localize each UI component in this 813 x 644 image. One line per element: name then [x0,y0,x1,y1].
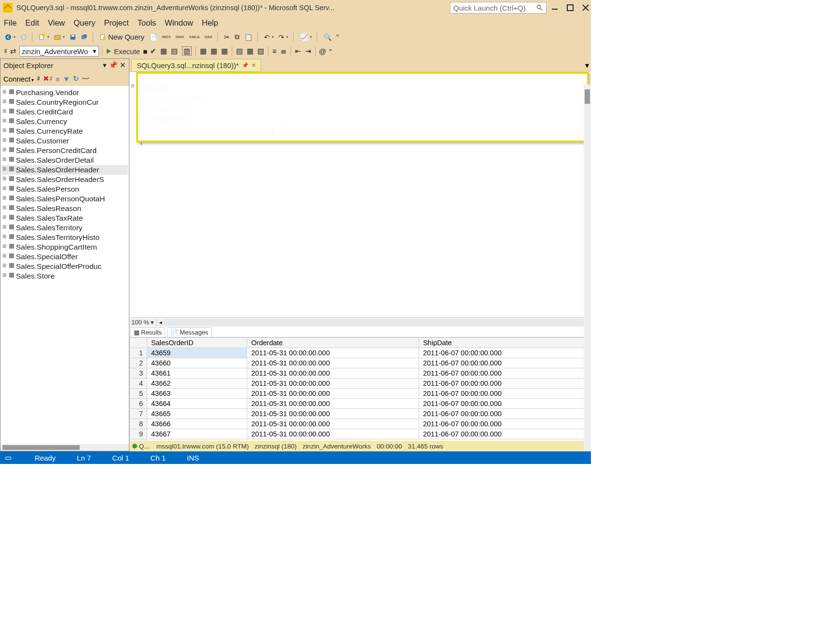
cell[interactable]: 2011-06-07 00:00:00.000 [419,399,591,409]
menu-tools[interactable]: Tools [138,18,156,28]
tree-node[interactable]: Purchasing.Vendor [1,88,128,98]
display-estimated-plan-icon[interactable]: ▦ [160,47,167,55]
tree-node[interactable]: Sales.SalesOrderHeader [1,165,128,175]
tree-node[interactable]: Sales.Customer [1,136,128,146]
connection-icon[interactable]: ♯ [4,47,7,56]
tree-node[interactable]: Sales.SalesTaxRate [1,213,128,223]
tree-node[interactable]: Sales.Store [1,271,128,281]
object-explorer-tree[interactable]: Purchasing.VendorSales.CountryRegionCurS… [0,86,129,444]
tree-node[interactable]: Sales.SpecialOfferProduc [1,262,128,271]
cell[interactable]: 43661 [147,368,247,378]
cell[interactable]: 43662 [147,378,247,389]
close-button[interactable] [582,4,589,11]
cell[interactable]: 2011-06-07 00:00:00.000 [419,389,591,399]
cut-button[interactable]: ✂ [223,32,231,42]
cell[interactable]: 2011-05-31 00:00:00.000 [247,409,419,419]
de-query-button[interactable]: 📄 [148,32,158,42]
overflow-button[interactable]: " [336,32,340,42]
new-query-button[interactable]: New Query [98,32,145,42]
uncomment-icon[interactable]: ≣ [280,47,287,55]
comment-out-icon[interactable]: ≡ [272,47,277,55]
cell[interactable]: 43663 [147,389,247,399]
tree-node[interactable]: Sales.PersonCreditCard [1,146,128,155]
include-live-stats-icon[interactable]: ▦ [210,47,217,55]
new-item-button[interactable] [38,33,50,42]
connect-button[interactable]: Connect [3,75,34,83]
parse-button[interactable]: ✔ [150,47,156,56]
cell[interactable]: 2011-05-31 00:00:00.000 [247,378,419,389]
stop-button[interactable]: ■ [143,47,147,56]
tab-overflow-icon[interactable]: ▾ [583,59,591,72]
minimize-button[interactable] [551,4,558,11]
tree-node[interactable]: Sales.SalesTerritory [1,223,128,233]
open-item-button[interactable] [53,33,66,42]
cell[interactable]: 2011-05-31 00:00:00.000 [247,389,419,399]
cell[interactable]: 43666 [147,419,247,429]
editor-hscrollbar[interactable] [164,319,584,326]
pin-icon[interactable]: 📌 [109,61,118,70]
cell[interactable]: 43667 [147,429,247,439]
cell[interactable]: 2011-06-07 00:00:00.000 [419,429,591,439]
row-number[interactable]: 1 [130,348,147,358]
chart-button[interactable]: 📈 [299,32,313,42]
column-header[interactable]: Orderdate [247,338,419,348]
save-all-button[interactable] [80,33,89,42]
include-client-stats-icon[interactable]: ▦ [221,47,228,55]
intellisense-icon[interactable]: ▥ [182,46,192,56]
row-number[interactable]: 7 [130,409,147,419]
cell[interactable]: 2011-06-07 00:00:00.000 [419,409,591,419]
disconnect-icon[interactable]: ✖♯ [43,74,53,83]
editor-blank[interactable] [129,147,591,317]
dropdown-icon[interactable]: ▾ [103,61,107,70]
zoom-selector[interactable]: 100 % ▾ [129,319,157,326]
tab-messages[interactable]: 📄 Messages [167,327,211,337]
quick-launch-input[interactable]: Quick Launch (Ctrl+Q) [450,2,547,14]
query-options-icon[interactable]: ▤ [171,47,178,55]
row-number[interactable]: 5 [130,389,147,399]
nav-back-button[interactable] [4,33,16,42]
cell[interactable]: 43660 [147,358,247,368]
document-tab[interactable]: SQLQuery3.sql...nzinsql (180))* 📌 ✕ [131,59,261,72]
nav-forward-button[interactable] [19,33,28,42]
object-explorer-hscrollbar[interactable] [0,444,129,451]
xmla-query-button[interactable]: XMLA [188,34,201,40]
cell[interactable]: 43659 [147,348,247,358]
pin-tab-icon[interactable]: 📌 [242,62,249,69]
tree-node[interactable]: Sales.CountryRegionCur [1,98,128,107]
results-grid[interactable]: SalesOrderIDOrderdateShipDate1436592011-… [129,337,591,441]
include-actual-plan-icon[interactable]: ▦ [200,47,207,55]
menu-window[interactable]: Window [165,18,193,28]
results-to-grid-icon[interactable]: ▦ [247,47,253,55]
cell[interactable]: 2011-05-31 00:00:00.000 [247,399,419,409]
menu-file[interactable]: File [4,18,17,28]
close-icon[interactable]: ✕ [120,61,126,70]
copy-button[interactable]: ⧉ [234,32,240,42]
database-selector[interactable]: zinzin_AdventureWo ▾ [19,46,99,56]
row-number[interactable]: 6 [130,399,147,409]
tree-node[interactable]: Sales.SalesPersonQuotaH [1,194,128,204]
tree-node[interactable]: Sales.SpecialOffer [1,252,128,262]
cell[interactable]: 2011-05-31 00:00:00.000 [247,419,419,429]
filter-icon[interactable]: ▼ [63,75,70,83]
tree-node[interactable]: Sales.SalesOrderDetail [1,155,128,165]
maximize-button[interactable] [567,4,574,11]
tree-node[interactable]: Sales.SalesPerson [1,184,128,194]
tree-node[interactable]: Sales.Currency [1,117,128,126]
cell[interactable]: 2011-05-31 00:00:00.000 [247,358,419,368]
toolbar-overflow-button[interactable]: " [329,47,332,56]
cell[interactable]: 43664 [147,399,247,409]
cell[interactable]: 2011-05-31 00:00:00.000 [247,429,419,439]
decrease-indent-icon[interactable]: ⇤ [295,47,301,55]
refresh-icon[interactable]: ↻ [73,74,79,83]
menu-view[interactable]: View [48,18,65,28]
save-button[interactable] [69,33,77,42]
execute-button[interactable]: Execute [105,47,140,56]
dmx-query-button[interactable]: DMX [175,34,185,40]
specify-values-icon[interactable]: @ [319,47,326,56]
activity-icon[interactable]: 〰 [82,75,89,83]
stop-icon[interactable]: ■ [56,75,60,83]
results-to-text-icon[interactable]: ▤ [236,47,243,55]
mdx-query-button[interactable]: MDX [161,34,172,40]
paste-button[interactable]: 📋 [243,32,253,42]
cell[interactable]: 2011-06-07 00:00:00.000 [419,368,591,378]
